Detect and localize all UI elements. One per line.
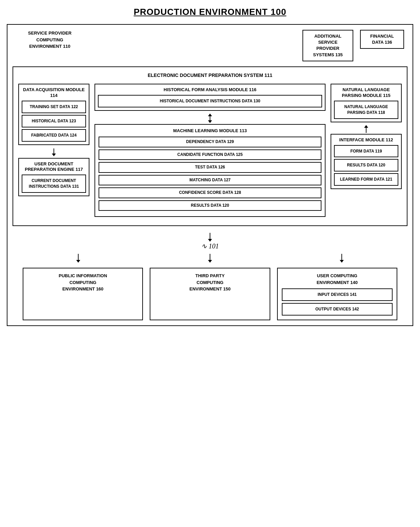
user-computing-title: USER COMPUTING ENVIRONMENT 140 — [282, 272, 393, 286]
test-data-box: TEST DATA 126 — [99, 162, 321, 173]
right-column: NATURAL LANGUAGE PARSING MODULE 115 NATU… — [331, 84, 402, 192]
center-column: HISTORICAL FORM ANALYSIS MODULE 116 HIST… — [94, 84, 326, 220]
edps-title: ELECTRONIC DOCUMENT PREPARATION SYSTEM 1… — [18, 72, 402, 79]
ml-title: MACHINE LEARNING MODULE 113 — [99, 128, 321, 134]
learned-form-box: LEARNED FORM DATA 121 — [334, 173, 398, 186]
edps-inner: DATA ACQUISITION MODULE 114 TRAINING SET… — [18, 84, 402, 220]
third-party-box: THIRD PARTY COMPUTING ENVIRONMENT 150 — [150, 268, 270, 320]
dam-title: DATA ACQUISITION MODULE 114 — [22, 87, 86, 99]
ude-title: USER DOCUMENT PREPARATION ENGINE 117 — [22, 161, 86, 173]
arrow-dam-to-ude — [18, 148, 89, 156]
nlp-data-box: NATURAL LANGUAGE PARSING DATA 118 — [334, 101, 398, 119]
ude-module: USER DOCUMENT PREPARATION ENGINE 117 CUR… — [18, 158, 89, 196]
matching-data-box: MATCHING DATA 127 — [99, 175, 321, 186]
page-title: PRODUCTION ENVIRONMENT 100 — [7, 7, 413, 17]
input-devices-box: INPUT DEVICES 141 — [282, 288, 393, 301]
training-set-box: TRAINING SET DATA 122 — [22, 101, 86, 113]
arrow-to-third — [208, 254, 212, 263]
fabricated-data-box: FABRICATED DATA 124 — [22, 129, 86, 142]
network-arrows-row — [13, 252, 407, 264]
service-provider-label: SERVICE PROVIDER COMPUTING ENVIRONMENT 1… — [16, 30, 84, 50]
arrow-edps-down — [208, 233, 212, 242]
arrow-to-public — [76, 254, 80, 263]
outer-environment: SERVICE PROVIDER COMPUTING ENVIRONMENT 1… — [7, 24, 413, 326]
edps-box: ELECTRONIC DOCUMENT PREPARATION SYSTEM 1… — [13, 66, 407, 226]
left-column: DATA ACQUISITION MODULE 114 TRAINING SET… — [18, 84, 89, 200]
additional-service-box: ADDITIONAL SERVICE PROVIDER SYSTEMS 135 — [302, 30, 353, 61]
user-computing-box: USER COMPUTING ENVIRONMENT 140 INPUT DEV… — [277, 268, 397, 320]
interface-module: INTERFACE MODULE 112 FORM DATA 119 RESUL… — [331, 134, 402, 189]
interface-title: INTERFACE MODULE 112 — [334, 137, 398, 143]
public-info-box: PUBLIC INFORMATION COMPUTING ENVIRONMENT… — [23, 268, 143, 320]
arrow-to-user — [340, 254, 344, 263]
historical-data-box: HISTORICAL DATA 123 — [22, 115, 86, 127]
results-data-box: RESULTS DATA 120 — [334, 159, 398, 171]
candidate-function-box: CANDIDATE FUNCTION DATA 125 — [99, 149, 321, 160]
hfa-module: HISTORICAL FORM ANALYSIS MODULE 116 HIST… — [94, 84, 326, 111]
bottom-boxes: PUBLIC INFORMATION COMPUTING ENVIRONMENT… — [13, 268, 407, 320]
top-center-boxes: ADDITIONAL SERVICE PROVIDER SYSTEMS 135 … — [302, 30, 404, 61]
bidir-arrow — [94, 114, 326, 123]
top-row: SERVICE PROVIDER COMPUTING ENVIRONMENT 1… — [13, 30, 407, 61]
hdi-box: HISTORICAL DOCUMENT INSTRUCTIONS DATA 13… — [98, 95, 322, 107]
hfa-title: HISTORICAL FORM ANALYSIS MODULE 116 — [98, 87, 322, 93]
results-data-ml-box: RESULTS DATA 120 — [99, 200, 321, 211]
network-section: ∿ 101 — [13, 233, 407, 264]
nlp-module: NATURAL LANGUAGE PARSING MODULE 115 NATU… — [331, 84, 402, 122]
confidence-score-box: CONFIDENCE SCORE DATA 128 — [99, 187, 321, 198]
nlp-title: NATURAL LANGUAGE PARSING MODULE 115 — [334, 87, 398, 99]
current-doc-box: CURRENT DOCUMENT INSTRUCTIONS DATA 131 — [22, 175, 86, 193]
arrow-nlp-to-interface — [331, 125, 402, 133]
dependency-data-box: DEPENDENCY DATA 129 — [99, 137, 321, 147]
dam-module: DATA ACQUISITION MODULE 114 TRAINING SET… — [18, 84, 89, 145]
output-devices-box: OUTPUT DEVICES 142 — [282, 303, 393, 316]
ml-module: MACHINE LEARNING MODULE 113 DEPENDENCY D… — [94, 124, 326, 217]
network-symbol: ∿ 101 — [201, 243, 219, 249]
form-data-box: FORM DATA 119 — [334, 145, 398, 158]
financial-data-box: FINANCIAL DATA 136 — [360, 30, 404, 49]
